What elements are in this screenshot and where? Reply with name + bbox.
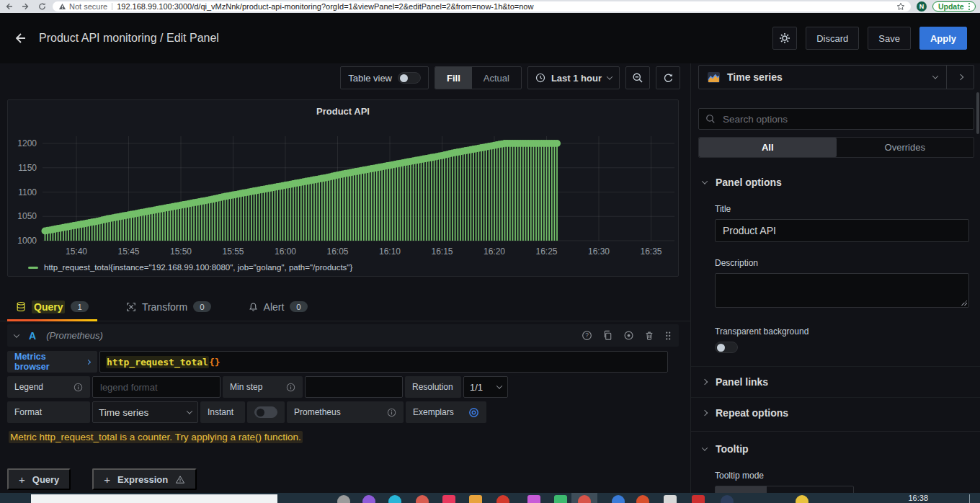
min-step-label-text: Min step [230, 382, 262, 392]
add-query-button[interactable]: + Query [7, 468, 71, 490]
tab-all[interactable]: All [699, 138, 837, 157]
svg-text:1050: 1050 [17, 211, 37, 221]
resolution-select[interactable]: 1/1 [463, 376, 508, 398]
tab-transform[interactable]: Transform 0 [117, 293, 220, 321]
warning-triangle-icon [58, 3, 66, 10]
metrics-browser-button[interactable]: Metrics browser [7, 351, 97, 373]
taskbar-search-box[interactable] [31, 494, 277, 503]
query-expression-input[interactable]: http_request_total {} [99, 351, 668, 373]
drag-handle-icon[interactable] [664, 331, 672, 341]
chart-legend[interactable]: http_request_total{instance="192.168.99.… [28, 263, 352, 272]
back-arrow-icon[interactable] [13, 32, 27, 45]
save-button[interactable]: Save [868, 27, 911, 50]
panel-description-input[interactable] [715, 273, 969, 308]
repeat-options-label: Repeat options [716, 407, 788, 419]
min-step-input[interactable] [305, 376, 403, 398]
resolution-value: 1/1 [470, 382, 483, 393]
taskbar-app-icon[interactable] [554, 495, 567, 503]
table-view-toggle[interactable] [398, 72, 421, 84]
svg-text:16:25: 16:25 [535, 246, 557, 257]
taskbar-app-icon[interactable] [612, 495, 625, 503]
options-search-input[interactable] [721, 113, 967, 125]
discard-button[interactable]: Discard [806, 27, 859, 50]
taskbar-app-icon[interactable] [636, 495, 649, 503]
legend-format-input[interactable] [92, 376, 220, 398]
transform-count-badge: 0 [193, 301, 210, 312]
browser-reload-icon[interactable] [37, 2, 47, 11]
time-series-chart[interactable]: 1200115011001050100015:4015:4515:5015:55… [8, 100, 680, 277]
info-icon [286, 383, 295, 392]
actual-option[interactable]: Actual [472, 67, 521, 89]
resolution-label-text: Resolution [412, 382, 453, 392]
format-select[interactable]: Time series [92, 401, 198, 423]
tooltip-section[interactable]: Tooltip [691, 432, 980, 455]
taskbar-app-icon[interactable] [442, 495, 455, 503]
exemplars-toggle-icon[interactable] [468, 407, 479, 418]
taskbar-app-icon[interactable] [664, 495, 677, 503]
browser-forward-icon[interactable] [21, 2, 30, 11]
bookmark-star-icon[interactable] [896, 2, 905, 11]
tab-query[interactable]: Query 1 [7, 293, 97, 321]
repeat-options-section[interactable]: Repeat options [691, 402, 980, 424]
resize-handle[interactable] [961, 300, 967, 306]
table-view-label: Table view [348, 73, 392, 84]
visualization-select[interactable]: Time series [699, 66, 946, 89]
fill-actual-segment: Fill Actual [435, 66, 522, 89]
taskbar-app-icon[interactable] [796, 495, 808, 503]
taskbar-app-icon[interactable] [578, 495, 591, 503]
tab-alert[interactable]: Alert 0 [240, 293, 316, 321]
taskbar-app-icon[interactable] [692, 495, 705, 503]
help-icon[interactable]: ? [582, 330, 592, 341]
transparent-bg-toggle[interactable] [715, 342, 738, 353]
format-value: Time series [99, 407, 148, 418]
tab-overrides[interactable]: Overrides [837, 138, 974, 157]
zoom-out-button[interactable] [625, 66, 650, 89]
taskbar-app-icon[interactable] [469, 495, 482, 503]
show-desktop-divider[interactable] [969, 494, 970, 503]
time-range-picker[interactable]: Last 1 hour [527, 66, 620, 89]
transparent-bg-label: Transparent background [715, 326, 969, 337]
add-expression-button[interactable]: + Expression [92, 468, 197, 490]
title-label: Title [715, 204, 969, 214]
prometheus-label: Prometheus [287, 401, 404, 423]
taskbar-app-icon[interactable] [337, 495, 350, 503]
chart-panel[interactable]: Product API 1200115011001050100015:4015:… [7, 99, 679, 277]
legend-format-field[interactable] [99, 381, 214, 393]
chevron-down-icon [607, 74, 612, 79]
collapse-query-icon[interactable] [14, 331, 19, 337]
min-step-field[interactable] [311, 381, 396, 393]
query-ref-id: A [29, 330, 36, 342]
delete-query-icon[interactable] [644, 330, 654, 341]
duplicate-query-icon[interactable] [602, 330, 613, 341]
taskbar-app-icon[interactable] [527, 495, 540, 503]
fill-option[interactable]: Fill [435, 67, 472, 89]
browser-avatar[interactable]: N [917, 1, 927, 12]
panel-title-input[interactable] [715, 219, 969, 242]
database-icon [16, 301, 26, 312]
browser-back-icon[interactable] [4, 2, 14, 11]
instant-toggle[interactable] [254, 406, 277, 418]
taskbar-app-icon[interactable] [496, 495, 509, 503]
query-row-header[interactable]: A (Prometheus) ? [7, 324, 679, 347]
url-bar[interactable]: Not secure 192.168.99.100:3000/d/qi_vMzN… [53, 1, 911, 12]
taskbar-app-icon[interactable] [721, 495, 734, 503]
panel-settings-button[interactable] [772, 27, 797, 50]
options-search[interactable] [698, 108, 974, 130]
svg-text:15:40: 15:40 [66, 246, 87, 257]
refresh-button[interactable] [656, 66, 680, 89]
disable-query-icon[interactable] [623, 330, 634, 341]
taskbar-app-icon[interactable] [416, 495, 429, 503]
not-secure-indicator[interactable]: Not secure [58, 2, 107, 11]
sidebar-scrollbar[interactable] [976, 92, 979, 134]
collapse-sidebar-button[interactable] [946, 66, 974, 89]
panel-links-section[interactable]: Panel links [691, 371, 980, 393]
browser-update-button[interactable]: Update [932, 1, 976, 12]
panel-title-field[interactable] [721, 224, 963, 237]
browser-menu-icon[interactable] [968, 3, 971, 11]
taskbar-app-icon[interactable] [388, 495, 401, 503]
instant-label: Instant [200, 401, 245, 423]
svg-text:16:15: 16:15 [431, 246, 453, 257]
panel-options-section[interactable]: Panel options [691, 158, 980, 188]
taskbar-app-icon[interactable] [362, 495, 375, 503]
apply-button[interactable]: Apply [919, 27, 967, 50]
